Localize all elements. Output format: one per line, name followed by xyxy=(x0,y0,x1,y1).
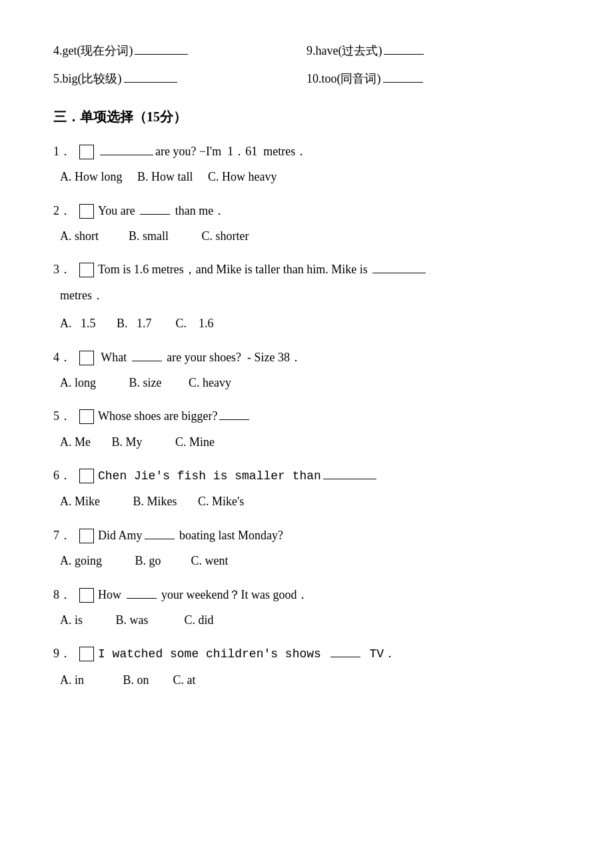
q3-paren xyxy=(79,263,94,277)
q3-text: Tom is 1.6 metres，and Mike is taller tha… xyxy=(98,259,428,280)
q7-text: Did Amy boating last Monday? xyxy=(98,525,283,546)
q3-options: A. 1.5 B. 1.7 C. 1.6 xyxy=(53,313,560,334)
q1-text: are you? −I'm 1．61 metres． xyxy=(98,141,307,162)
q1-options: A. How long B. How tall C. How heavy xyxy=(53,166,560,187)
q1-paren xyxy=(79,145,94,159)
question-8-line: 8． How your weekend？It was good． xyxy=(53,584,560,605)
q8-options: A. is B. was C. did xyxy=(53,609,560,631)
question-1-line: 1． are you? −I'm 1．61 metres． xyxy=(53,141,560,162)
q5-options: A. Me B. My C. Mine xyxy=(53,431,560,453)
item-9: 9.have(过去式) xyxy=(306,40,560,61)
q6-paren xyxy=(79,469,94,483)
question-2-line: 2． You are than me． xyxy=(53,200,560,221)
question-8: 8． How your weekend？It was good． A. is B… xyxy=(53,584,560,631)
q5-paren xyxy=(79,409,94,424)
q9-paren xyxy=(79,647,94,661)
top-row-4-9: 4.get(现在分词) 9.have(过去式) xyxy=(53,40,560,61)
q2-text: You are than me． xyxy=(98,200,225,221)
q7-options: A. going B. go C. went xyxy=(53,550,560,571)
q4-num: 4． xyxy=(53,347,71,368)
question-6: 6． Chen Jie's fish is smaller than A. Mi… xyxy=(53,465,560,513)
q5-text: Whose shoes are bigger? xyxy=(98,405,251,427)
q9-num: 9． xyxy=(53,643,71,664)
question-4-line: 4． What are your shoes? - Size 38． xyxy=(53,347,560,368)
q2-paren xyxy=(79,204,94,219)
question-2: 2． You are than me． A. short B. small C.… xyxy=(53,200,560,247)
q3-num: 3． xyxy=(53,259,71,280)
question-7: 7． Did Amy boating last Monday? A. going… xyxy=(53,525,560,572)
question-3-continuation: metres． xyxy=(53,285,560,306)
q2-options: A. short B. small C. shorter xyxy=(53,225,560,247)
q6-options: A. Mike B. Mikes C. Mike's xyxy=(53,491,560,512)
q9-options: A. in B. on C. at xyxy=(53,669,560,691)
question-3-line: 3． Tom is 1.6 metres，and Mike is taller … xyxy=(53,259,560,280)
q1-num: 1． xyxy=(53,141,71,162)
q7-paren xyxy=(79,529,94,543)
q6-num: 6． xyxy=(53,465,71,486)
question-7-line: 7． Did Amy boating last Monday? xyxy=(53,525,560,546)
question-5: 5． Whose shoes are bigger? A. Me B. My C… xyxy=(53,405,560,453)
section-3-header: 三．单项选择（15分） xyxy=(53,105,560,129)
q4-options: A. long B. size C. heavy xyxy=(53,372,560,393)
item-4-text: 4.get(现在分词) xyxy=(53,44,190,57)
question-9-line: 9． I watched some children's shows TV． xyxy=(53,643,560,665)
question-6-line: 6． Chen Jie's fish is smaller than xyxy=(53,465,560,487)
item-9-text: 9.have(过去式) xyxy=(306,44,426,57)
q7-num: 7． xyxy=(53,525,71,546)
top-row-5-10: 5.big(比较级) 10.too(同音词) xyxy=(53,68,560,89)
question-9: 9． I watched some children's shows TV． A… xyxy=(53,643,560,691)
question-4: 4． What are your shoes? - Size 38． A. lo… xyxy=(53,347,560,394)
item-10: 10.too(同音词) xyxy=(306,68,560,89)
item-4: 4.get(现在分词) xyxy=(53,40,306,61)
q8-num: 8． xyxy=(53,584,71,605)
item-5: 5.big(比较级) xyxy=(53,68,306,89)
q6-text: Chen Jie's fish is smaller than xyxy=(98,465,378,487)
item-5-text: 5.big(比较级) xyxy=(53,72,179,85)
q4-paren xyxy=(79,351,94,365)
question-1: 1． are you? −I'm 1．61 metres． A. How lon… xyxy=(53,141,560,188)
question-3: 3． Tom is 1.6 metres，and Mike is taller … xyxy=(53,259,560,334)
q2-num: 2． xyxy=(53,200,71,221)
q8-paren xyxy=(79,588,94,603)
item-10-text: 10.too(同音词) xyxy=(306,72,425,85)
question-5-line: 5． Whose shoes are bigger? xyxy=(53,405,560,427)
q4-text: What are your shoes? - Size 38． xyxy=(98,347,302,368)
q9-text: I watched some children's shows TV． xyxy=(98,643,396,665)
q5-num: 5． xyxy=(53,405,71,427)
q8-text: How your weekend？It was good． xyxy=(98,584,308,605)
